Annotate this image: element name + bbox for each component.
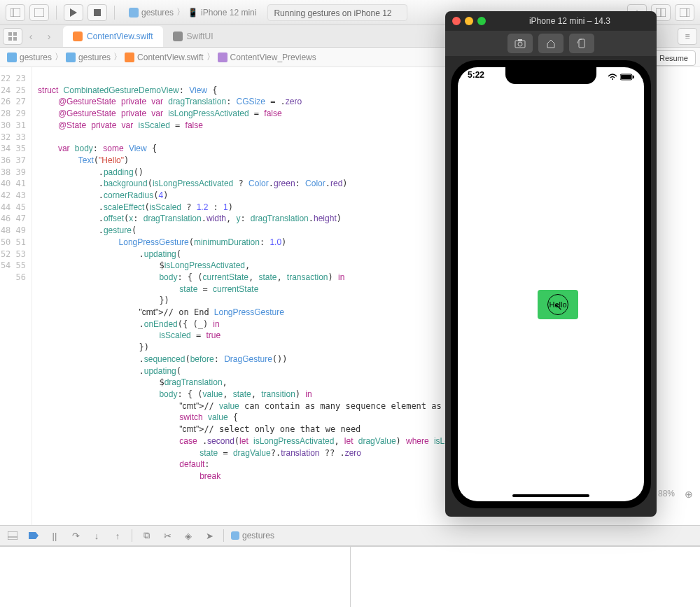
step-into-icon[interactable]: ↓ (90, 529, 104, 543)
bottom-panes: Auto ⌃ ◉ ⓘ ⌕ All Output ⌃ ⌕ 🗑 (0, 546, 700, 607)
phone-frame: 5:22 Hello ↖ (451, 60, 651, 508)
hide-debug-icon[interactable] (6, 529, 20, 543)
preview-zoom[interactable]: 88% (658, 489, 675, 498)
debug-target-name: gestures (242, 531, 274, 540)
tab-swiftui[interactable]: SwiftUI (163, 26, 223, 47)
swift-file-icon (73, 32, 83, 41)
svg-rect-9 (8, 32, 12, 36)
run-button[interactable] (64, 4, 83, 21)
close-icon[interactable] (452, 17, 461, 25)
simulator-window[interactable]: iPhone 12 mini – 14.3 5:22 Hello ↖ (445, 11, 657, 517)
location-icon[interactable]: ➤ (202, 529, 216, 543)
sidebar-toggle-icon[interactable] (6, 4, 25, 21)
scheme-selector[interactable]: gestures 〉 📱 iPhone 12 mini (122, 6, 263, 18)
svg-marker-3 (70, 8, 77, 17)
folder-icon (66, 53, 76, 62)
console-pane[interactable]: All Output ⌃ ⌕ 🗑 (351, 547, 701, 607)
env-override-icon[interactable]: ◈ (181, 529, 195, 543)
step-out-icon[interactable]: ↑ (111, 529, 125, 543)
breakpoint-icon[interactable] (27, 529, 41, 543)
battery-icon (620, 74, 634, 81)
debug-bar: || ↷ ↓ ↑ ⧉ ✂ ◈ ➤ gestures (0, 525, 700, 546)
folder-icon (7, 53, 17, 62)
scheme-name: gestures (141, 8, 174, 18)
view-debug-icon[interactable]: ⧉ (139, 529, 153, 543)
memory-graph-icon[interactable]: ✂ (160, 529, 174, 543)
breadcrumb-file: ContentView.swift (137, 53, 204, 62)
forward-button[interactable]: › (41, 28, 57, 45)
svg-rect-11 (8, 37, 12, 41)
svg-rect-10 (13, 32, 17, 36)
hello-view[interactable]: Hello ↖ (538, 290, 578, 319)
editor-options-icon[interactable]: ≡ (678, 28, 697, 45)
sim-titlebar[interactable]: iPhone 12 mini – 14.3 (445, 11, 657, 31)
screenshot-icon[interactable] (507, 34, 533, 53)
home-indicator[interactable] (512, 494, 589, 497)
svg-rect-19 (621, 75, 631, 79)
tab-contentview[interactable]: ContentView.swift (63, 26, 163, 47)
inspector-toggle-icon[interactable] (675, 4, 694, 21)
panel-toggle-icon[interactable] (29, 4, 49, 21)
svg-rect-15 (518, 39, 522, 41)
device-name: iPhone 12 mini (201, 8, 256, 18)
svg-rect-2 (34, 8, 44, 17)
line-gutter: 22 23 24 25 26 27 28 29 30 31 32 33 34 3… (0, 67, 32, 525)
wifi-icon (608, 74, 617, 81)
phone-status-bar: 5:22 (458, 70, 644, 84)
swift-file-icon (125, 53, 134, 62)
pause-icon[interactable]: || (48, 529, 62, 543)
tab-label: SwiftUI (187, 32, 214, 41)
related-items-icon[interactable] (3, 28, 22, 45)
preview-icon (218, 53, 227, 62)
tab-label: ContentView.swift (87, 32, 153, 41)
device-icon: 📱 (188, 8, 198, 18)
zoom-reset-icon[interactable]: ⊕ (685, 489, 693, 500)
maximize-icon[interactable] (477, 17, 486, 25)
app-icon (231, 531, 239, 540)
cursor-indicator: Hello ↖ (547, 294, 568, 315)
resume-button[interactable]: Resume (652, 50, 696, 66)
svg-marker-23 (29, 532, 38, 539)
step-over-icon[interactable]: ↷ (69, 529, 83, 543)
back-button[interactable]: ‹ (22, 28, 39, 45)
rotate-icon[interactable] (569, 34, 594, 53)
phone-time: 5:22 (468, 70, 484, 84)
stop-button[interactable] (88, 4, 107, 21)
minimize-icon[interactable] (465, 17, 473, 25)
breadcrumb-subfolder: gestures (78, 53, 111, 62)
sim-toolbar (445, 31, 657, 56)
svg-rect-16 (579, 39, 584, 48)
svg-rect-12 (13, 37, 17, 41)
svg-rect-0 (10, 8, 20, 17)
app-icon (129, 8, 139, 18)
svg-rect-21 (8, 531, 18, 540)
doc-icon (173, 32, 183, 41)
variables-pane[interactable]: Auto ⌃ ◉ ⓘ ⌕ (0, 547, 351, 607)
build-status: Running gestures on iPhone 12 (267, 4, 407, 21)
svg-point-17 (612, 78, 613, 80)
svg-point-14 (518, 42, 522, 46)
phone-screen[interactable]: 5:22 Hello ↖ (458, 67, 644, 501)
svg-rect-7 (680, 8, 690, 17)
home-icon[interactable] (538, 34, 564, 53)
svg-rect-4 (94, 9, 101, 16)
svg-rect-20 (633, 76, 634, 78)
debug-target[interactable]: gestures (231, 531, 274, 540)
sim-title: iPhone 12 mini – 14.3 (490, 16, 650, 26)
breadcrumb-folder: gestures (20, 53, 52, 62)
breadcrumb-preview: ContentView_Previews (230, 53, 316, 62)
